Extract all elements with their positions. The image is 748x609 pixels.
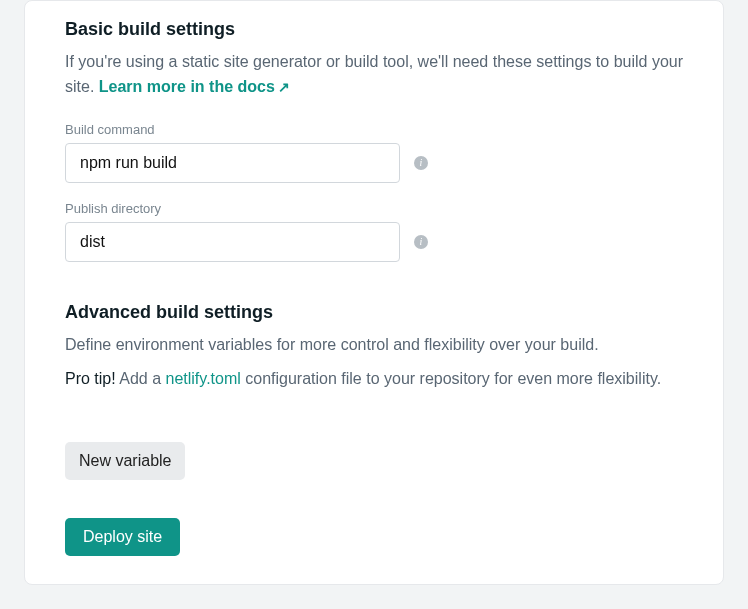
- basic-settings-description: If you're using a static site generator …: [65, 50, 683, 100]
- advanced-settings-title: Advanced build settings: [65, 302, 683, 323]
- netlify-toml-link[interactable]: netlify.toml: [166, 370, 241, 387]
- settings-card: Basic build settings If you're using a s…: [24, 0, 724, 585]
- advanced-settings-block: Advanced build settings Define environme…: [65, 302, 683, 557]
- publish-directory-row: i: [65, 222, 683, 262]
- deploy-site-button[interactable]: Deploy site: [65, 518, 180, 556]
- build-command-row: i: [65, 143, 683, 183]
- info-icon[interactable]: i: [414, 156, 428, 170]
- docs-link-label: Learn more in the docs: [99, 78, 275, 95]
- pro-tip: Pro tip! Add a netlify.toml configuratio…: [65, 367, 683, 392]
- external-link-icon: ↗: [278, 77, 290, 99]
- build-command-label: Build command: [65, 122, 683, 137]
- basic-settings-title: Basic build settings: [65, 19, 683, 40]
- build-command-input[interactable]: [65, 143, 400, 183]
- publish-directory-input[interactable]: [65, 222, 400, 262]
- pro-tip-suffix: configuration file to your repository fo…: [241, 370, 661, 387]
- pro-tip-label: Pro tip!: [65, 370, 116, 387]
- pro-tip-prefix: Add a: [116, 370, 166, 387]
- publish-directory-label: Publish directory: [65, 201, 683, 216]
- info-icon[interactable]: i: [414, 235, 428, 249]
- new-variable-button[interactable]: New variable: [65, 442, 185, 480]
- build-command-group: Build command i: [65, 122, 683, 183]
- docs-link[interactable]: Learn more in the docs↗: [99, 78, 290, 95]
- publish-directory-group: Publish directory i: [65, 201, 683, 262]
- advanced-settings-description: Define environment variables for more co…: [65, 333, 683, 358]
